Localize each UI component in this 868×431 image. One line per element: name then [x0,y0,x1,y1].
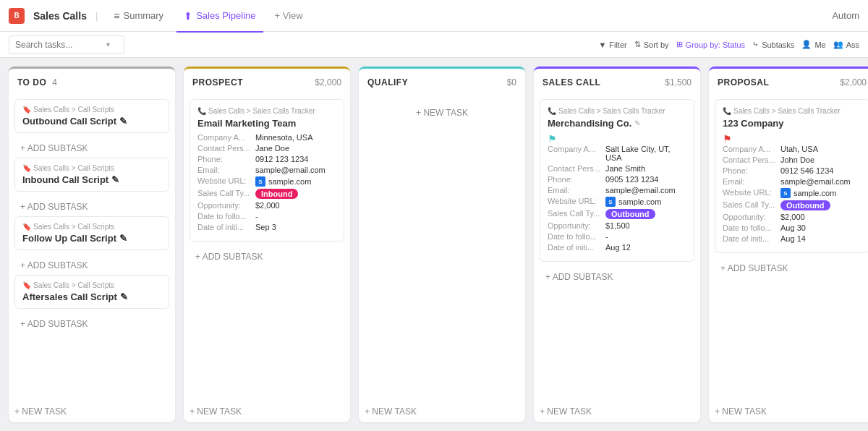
tab-summary[interactable]: ≡ Summary [106,1,171,33]
card-field: Email: sample@email.com [548,186,686,195]
add-subtask-btn[interactable]: + ADD SUBTASK [14,139,169,158]
field-label: Opportunity: [548,221,605,230]
col-amount-salescall: $1,500 [665,77,692,88]
col-title-todo: TO DO [17,77,46,88]
card-field: Phone: 0912 546 1234 [723,166,861,175]
tab-summary-label: Summary [124,10,164,21]
col-header-todo: TO DO 4 [9,67,175,93]
search-input[interactable] [15,40,102,50]
field-label: Company A... [548,145,605,162]
card-title: Outbound Call Script ✎ [22,116,161,127]
card-todo-0[interactable]: 🔖 Sales Calls > Call Scripts Outbound Ca… [14,99,169,133]
field-label: Date of initi... [197,223,255,231]
me-label: Me [814,40,825,49]
sort-button[interactable]: ⇅ Sort by [634,40,669,49]
card-field: Opportunity: $2,000 [723,213,861,221]
assign-label: Ass [846,40,859,49]
add-subtask-btn[interactable]: + ADD SUBTASK [190,247,344,266]
col-header-salescall: SALES CALL $1,500 [534,67,700,93]
field-label: Sales Call Ty... [197,189,255,199]
subtasks-button[interactable]: ⤷ Subtasks [752,40,794,49]
card-todo-3[interactable]: 🔖 Sales Calls > Call Scripts Aftersales … [14,275,169,309]
bc-icon: 🔖 [22,106,31,114]
new-task-btn[interactable]: + NEW TASK [534,404,700,422]
column-qualify: QUALIFY $0 + NEW TASK + NEW TASK [359,67,525,422]
card-todo-2[interactable]: 🔖 Sales Calls > Call Scripts Follow Up C… [14,216,169,250]
card-field: Contact Pers... Jane Smith [548,164,686,173]
field-label: Website URL: [723,188,780,198]
new-task-btn[interactable]: + NEW TASK [9,404,175,422]
field-label: Date of initi... [548,243,605,252]
card-field: Date of initi... Aug 14 [723,234,861,243]
field-label: Date to follo... [723,223,780,232]
group-by-button[interactable]: ⊞ Group by: Status [676,40,746,49]
card-salescall-0[interactable]: 📞 Sales Calls > Sales Calls Tracker Merc… [540,99,694,262]
new-task-center[interactable]: + NEW TASK [365,99,519,127]
add-subtask-btn[interactable]: + ADD SUBTASK [14,256,169,275]
breadcrumb: 📞 Sales Calls > Sales Calls Tracker [548,107,686,115]
tag-outbound: Outbound [605,209,655,219]
card-field: Email: sample@email.com [197,166,336,174]
breadcrumb: 📞 Sales Calls > Sales Calls Tracker [723,107,861,115]
s-icon: S [605,197,616,207]
tab-view-add[interactable]: + View [269,10,309,21]
new-task-btn[interactable]: + NEW TASK [184,404,350,422]
field-label: Phone: [197,155,255,163]
card-field: Date to follo... - [197,212,336,221]
field-label: Website URL: [548,197,605,207]
s-icon: S [780,188,791,198]
field-label: Email: [197,166,255,174]
top-nav: B Sales Calls | ≡ Summary ⬆ Sales Pipeli… [0,0,868,32]
card-field: Sales Call Ty... Outbound [548,209,686,219]
add-subtask-btn[interactable]: + ADD SUBTASK [715,259,868,278]
card-field: Company A... Utah, USA [723,145,861,153]
add-subtask-btn[interactable]: + ADD SUBTASK [14,197,169,216]
breadcrumb: 🔖 Sales Calls > Call Scripts [22,106,161,114]
card-todo-1[interactable]: 🔖 Sales Calls > Call Scripts Inbound Cal… [14,158,169,192]
card-title: 123 Company [723,118,861,129]
card-title: Follow Up Call Script ✎ [22,233,161,244]
field-label: Sales Call Ty... [548,209,605,219]
assign-button[interactable]: 👥 Ass [833,40,859,49]
tab-sales-pipeline[interactable]: ⬆ Sales Pipeline [176,1,263,33]
card-title: Merchandising Co. ✎ [548,118,686,129]
card-proposal-0[interactable]: 📞 Sales Calls > Sales Calls Tracker 123 … [715,99,868,253]
card-title: Email Marketing Team [197,118,336,129]
breadcrumb: 📞 Sales Calls > Sales Calls Tracker [197,107,336,115]
column-prospect: PROSPECT $2,000 📞 Sales Calls > Sales Ca… [184,67,350,422]
column-todo: TO DO 4 🔖 Sales Calls > Call Scripts Out… [9,67,175,422]
card-field: Date of initi... Aug 12 [548,243,686,252]
new-task-btn[interactable]: + NEW TASK [359,404,525,422]
field-label: Date to follo... [197,212,255,221]
add-subtask-btn[interactable]: + ADD SUBTASK [540,268,694,286]
card-prospect-0[interactable]: 📞 Sales Calls > Sales Calls Tracker Emai… [190,99,344,242]
me-icon: 👤 [801,40,812,49]
s-icon: S [255,176,265,187]
group-label: Group by: Status [686,40,746,49]
field-label: Company A... [197,133,255,142]
field-label: Website URL: [197,176,255,187]
search-box[interactable]: ▾ [9,35,124,54]
col-header-qualify: QUALIFY $0 [359,67,525,93]
field-label: Opportunity: [197,201,255,210]
search-chevron-icon: ▾ [106,40,110,48]
add-subtask-btn[interactable]: + ADD SUBTASK [14,315,169,333]
view-label: View [283,10,303,21]
filter-button[interactable]: ▼ Filter [598,40,626,49]
flag-teal: ⚑ [548,133,686,145]
new-task-btn[interactable]: + NEW TASK [709,404,868,422]
breadcrumb: 🔖 Sales Calls > Call Scripts [22,223,161,231]
card-field: Date to follo... - [548,232,686,241]
toolbar-right: ▼ Filter ⇅ Sort by ⊞ Group by: Status ⤷ … [598,40,859,49]
breadcrumb: 🔖 Sales Calls > Call Scripts [22,164,161,172]
nav-separator: | [95,10,98,21]
card-field: Date of initi... Sep 3 [197,223,336,231]
card-field: Opportunity: $1,500 [548,221,686,230]
bc-phone-icon: 📞 [548,107,556,115]
card-field: Sales Call Ty... Inbound [197,189,336,199]
bc-phone-icon: 📞 [197,107,206,115]
edit-icon: ✎ [634,119,640,127]
summary-icon: ≡ [114,10,119,22]
me-button[interactable]: 👤 Me [801,40,825,49]
card-field: Company A... Minnesota, USA [197,133,336,142]
